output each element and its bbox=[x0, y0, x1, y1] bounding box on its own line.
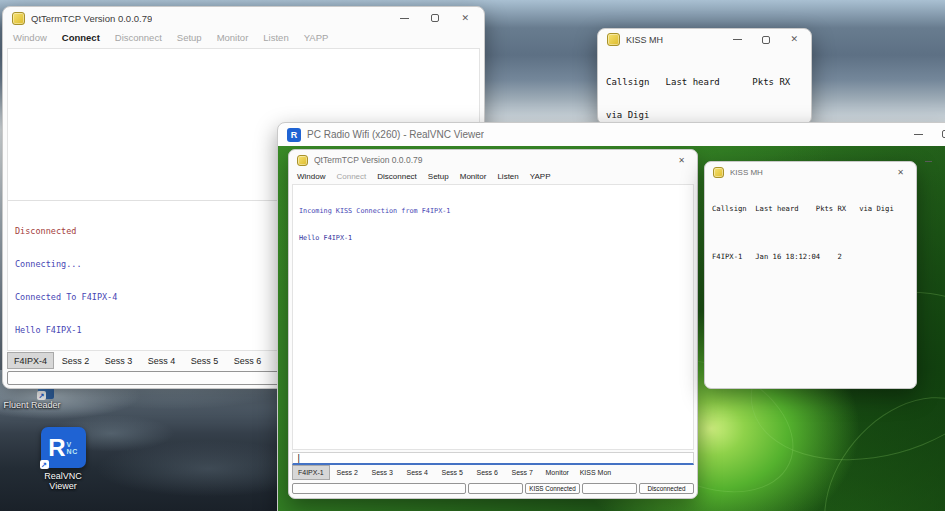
titlebar[interactable]: R PC Radio Wifi (x260) - RealVNC Viewer bbox=[278, 123, 945, 146]
titlebar[interactable]: KISS MH ✕ bbox=[705, 162, 916, 182]
window-title: KISS MH bbox=[730, 168, 763, 177]
close-icon[interactable]: ✕ bbox=[678, 156, 685, 165]
realvnc-app-icon: R bbox=[287, 128, 301, 142]
mh-list: Callsign Last heard Pkts RX via Digi F4I… bbox=[705, 182, 916, 284]
session-tabbar: F4IPX-1 Sess 2 Sess 3 Sess 4 Sess 5 Sess… bbox=[292, 465, 694, 480]
tab-session-6[interactable]: Sess 6 bbox=[226, 352, 269, 369]
tab-session-5[interactable]: Sess 5 bbox=[435, 465, 470, 480]
realvnc-app-icon: R V NC ↗ bbox=[41, 427, 86, 468]
menu-window[interactable]: Window bbox=[297, 172, 325, 181]
minimize-icon[interactable] bbox=[733, 39, 742, 40]
menubar: Window Connect Disconnect Setup Monitor … bbox=[289, 170, 697, 183]
tab-session-4[interactable]: Sess 4 bbox=[140, 352, 183, 369]
status-field bbox=[468, 483, 523, 494]
menu-listen[interactable]: Listen bbox=[263, 32, 288, 43]
menu-setup[interactable]: Setup bbox=[428, 172, 449, 181]
window-controls: ✕ bbox=[733, 35, 802, 44]
minimize-icon[interactable] bbox=[914, 134, 923, 135]
realvnc-icon-letter: R bbox=[48, 436, 65, 460]
qtterm-app-icon bbox=[297, 155, 308, 166]
menu-monitor[interactable]: Monitor bbox=[460, 172, 487, 181]
window-qtterm-remote: QtTermTCP Version 0.0.0.79 ✕ Window Conn… bbox=[288, 149, 698, 499]
tab-kiss-mon[interactable]: KISS Mon bbox=[575, 465, 617, 480]
realvnc-label-line2: Viewer bbox=[39, 481, 87, 491]
tab-session-2[interactable]: Sess 2 bbox=[330, 465, 365, 480]
terminal-line: Incoming KISS Connection from F4IPX-1 bbox=[299, 207, 687, 216]
menu-yapp[interactable]: YAPP bbox=[530, 172, 551, 181]
statusbar: KISS Connected Disconnected bbox=[292, 483, 694, 494]
close-icon[interactable]: ✕ bbox=[897, 168, 904, 177]
mh-entry-line: F4IPX-1 Jan 16 18:12:04 2 bbox=[712, 253, 909, 261]
qtterm-app-icon bbox=[713, 167, 724, 178]
status-field-kiss: KISS Connected bbox=[525, 483, 580, 494]
terminal-line: Hello F4IPX-1 bbox=[299, 234, 687, 243]
realvnc-label-line1: RealVNC bbox=[39, 471, 87, 481]
minimize-icon[interactable] bbox=[925, 161, 932, 162]
window-controls: ✕ bbox=[400, 14, 475, 23]
remote-desktop: QtTermTCP Version 0.0.0.79 ✕ Window Conn… bbox=[278, 146, 945, 511]
terminal-output-pane: Incoming KISS Connection from F4IPX-1 He… bbox=[292, 184, 694, 450]
mh-blank-line bbox=[712, 229, 909, 237]
close-icon[interactable]: ✕ bbox=[461, 14, 469, 23]
desktop-icon-label: Fluent Reader bbox=[0, 400, 64, 410]
desktop-icon-label: RealVNC Viewer bbox=[39, 471, 87, 491]
tab-session-5[interactable]: Sess 5 bbox=[183, 352, 226, 369]
tab-session-3[interactable]: Sess 3 bbox=[97, 352, 140, 369]
menu-disconnect[interactable]: Disconnect bbox=[377, 172, 417, 181]
status-field bbox=[582, 483, 637, 494]
window-title: QtTermTCP Version 0.0.0.79 bbox=[314, 155, 423, 165]
terminal-line: Hello F4IPX-1 bbox=[15, 325, 117, 336]
realvnc-icon-sub: V NC bbox=[67, 441, 78, 455]
terminal-output: Incoming KISS Connection from F4IPX-1 He… bbox=[299, 189, 687, 261]
tab-session-1[interactable]: F4IPX-4 bbox=[7, 352, 54, 369]
screen: ↗ Fluent Reader R V NC ↗ RealVNC Viewer … bbox=[0, 0, 945, 511]
tab-session-4[interactable]: Sess 4 bbox=[400, 465, 435, 480]
window-controls: ✕ bbox=[897, 168, 908, 177]
mh-header-line: Callsign Last heard Pkts RX bbox=[606, 77, 803, 88]
terminal-line: Connecting... bbox=[15, 259, 117, 270]
mh-header-line: via Digi bbox=[606, 110, 803, 121]
terminal-output: Disconnected Connecting... Connected To … bbox=[15, 204, 117, 358]
terminal-input-value bbox=[301, 454, 303, 463]
window-controls: ✕ bbox=[678, 156, 689, 165]
realvnc-icon-sub-1: V bbox=[67, 441, 78, 448]
terminal-line: Connected To F4IPX-4 bbox=[15, 292, 117, 303]
maximize-icon[interactable] bbox=[762, 36, 770, 44]
tab-session-6[interactable]: Sess 6 bbox=[470, 465, 505, 480]
menu-listen[interactable]: Listen bbox=[497, 172, 518, 181]
close-icon[interactable]: ✕ bbox=[790, 35, 798, 44]
menu-setup[interactable]: Setup bbox=[177, 32, 202, 43]
window-realvnc-viewer: R PC Radio Wifi (x260) - RealVNC Viewer … bbox=[277, 122, 945, 511]
qtterm-app-icon bbox=[12, 12, 25, 25]
tab-session-2[interactable]: Sess 2 bbox=[54, 352, 97, 369]
status-field bbox=[292, 483, 466, 494]
menu-disconnect[interactable]: Disconnect bbox=[115, 32, 162, 43]
tab-monitor[interactable]: Monitor bbox=[540, 465, 575, 480]
titlebar[interactable]: QtTermTCP Version 0.0.0.79 ✕ bbox=[289, 150, 697, 170]
maximize-icon[interactable] bbox=[431, 14, 439, 22]
tab-session-7[interactable]: Sess 7 bbox=[505, 465, 540, 480]
window-title: PC Radio Wifi (x260) - RealVNC Viewer bbox=[307, 129, 484, 140]
qtterm-app-icon bbox=[607, 33, 620, 46]
terminal-line: Disconnected bbox=[15, 226, 117, 237]
desktop-icon-realvnc-viewer[interactable]: R V NC ↗ RealVNC Viewer bbox=[39, 427, 87, 491]
menu-yapp[interactable]: YAPP bbox=[304, 32, 329, 43]
terminal-input[interactable]: | bbox=[292, 452, 694, 465]
menu-window[interactable]: Window bbox=[13, 32, 47, 43]
menu-connect[interactable]: Connect bbox=[62, 32, 100, 43]
tab-session-3[interactable]: Sess 3 bbox=[365, 465, 400, 480]
menubar: Window Connect Disconnect Setup Monitor … bbox=[3, 29, 484, 46]
window-title: QtTermTCP Version 0.0.0.79 bbox=[31, 13, 152, 24]
shortcut-arrow-icon: ↗ bbox=[37, 391, 46, 400]
status-field-connection: Disconnected bbox=[639, 483, 694, 494]
mh-header-line: Callsign Last heard Pkts RX via Digi bbox=[712, 205, 909, 213]
window-kissmh-remote: KISS MH ✕ Callsign Last heard Pkts RX vi… bbox=[704, 161, 917, 389]
tab-session-1[interactable]: F4IPX-1 bbox=[292, 465, 330, 480]
minimize-icon[interactable] bbox=[400, 18, 409, 19]
titlebar[interactable]: QtTermTCP Version 0.0.0.79 ✕ bbox=[3, 7, 484, 29]
window-kissmh-host: KISS MH ✕ Callsign Last heard Pkts RX vi… bbox=[597, 28, 812, 125]
menu-monitor[interactable]: Monitor bbox=[217, 32, 249, 43]
menu-connect[interactable]: Connect bbox=[336, 172, 366, 181]
realvnc-icon-sub-2: NC bbox=[67, 448, 78, 455]
titlebar[interactable]: KISS MH ✕ bbox=[598, 29, 811, 50]
